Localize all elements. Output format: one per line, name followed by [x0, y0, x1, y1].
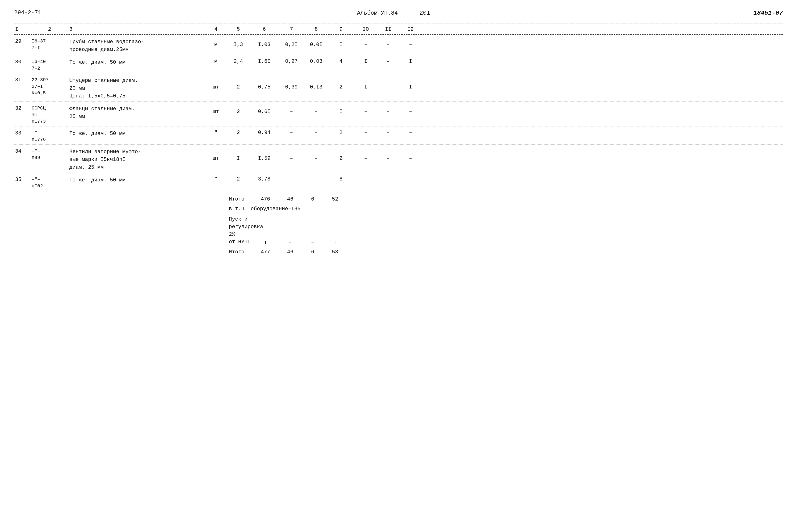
row-col11: – [378, 176, 399, 182]
column-headers: I 2 3 4 5 6 7 8 9 IO II I2 [14, 26, 783, 35]
row-col5: 2 [227, 130, 250, 136]
row-col6: I,6I [250, 58, 279, 64]
row-col11: – [378, 38, 399, 48]
itogo2-col10: 46 [279, 249, 302, 255]
page-number: - 20I - [412, 10, 438, 17]
row-col11: – [378, 77, 399, 90]
row-col6: I,03 [250, 38, 279, 48]
itogo2-col11: 6 [302, 249, 323, 255]
data-rows: 29 I6–37 7–I Трубы стальные водогазо- пр… [14, 35, 783, 191]
row-col10: I [354, 58, 378, 64]
row-col12: – [399, 148, 422, 162]
itogo2-row: Итого: 477 46 6 53 [14, 247, 783, 255]
col-header-8: 8 [304, 26, 328, 32]
row-col8: – [304, 130, 328, 136]
itogo2-col9: 477 [252, 249, 279, 255]
row-col7: – [279, 130, 304, 136]
table-row: 29 I6–37 7–I Трубы стальные водогазо- пр… [14, 35, 783, 55]
row-col9: 2 [328, 130, 354, 136]
row-col10: – [354, 148, 378, 162]
row-col8: 0,0I [304, 38, 328, 48]
row-col10: – [354, 130, 378, 136]
row-col11: – [378, 130, 399, 136]
itogo1-col11: 6 [302, 196, 323, 202]
itogo1-label: Итого: [229, 196, 252, 202]
col-header-12: I2 [399, 26, 422, 32]
row-code: 22–397 27–I К=0,5 [31, 77, 69, 96]
col-header-4: 4 [205, 26, 227, 32]
pusk-label: Пуск и регулировка 2% от НУЧП [229, 216, 252, 246]
table-row: 32 ССРСЦ чШ пI773 Фланцы стальные диам. … [14, 102, 783, 127]
summary-section: Итого: 476 46 6 52 в т.ч. оборудование–I… [14, 194, 783, 255]
row-code: –"– пI776 [31, 130, 69, 143]
row-col7: – [279, 148, 304, 162]
row-col8: 0,03 [304, 58, 328, 64]
itogo1-row: Итого: 476 46 6 52 [14, 194, 783, 203]
row-col11: – [378, 58, 399, 64]
row-code: I6–40 7–2 [31, 58, 69, 72]
vtch-row: в т.ч. оборудование–I85 [14, 204, 783, 212]
row-num: 33 [14, 130, 31, 136]
row-col9: 2 [328, 77, 354, 90]
row-unit: шт [205, 105, 227, 115]
table-row: 33 –"– пI776 То же, диам. 50 мм " 2 0,94… [14, 127, 783, 145]
row-col12: I [399, 58, 422, 64]
col-header-2: 2 [31, 26, 69, 32]
row-col9: 4 [328, 58, 354, 64]
row-col5: 2,4 [227, 58, 250, 64]
row-desc: То же, диам. 50 мм [69, 130, 205, 137]
itogo1-col12: 52 [323, 196, 347, 202]
col-header-7: 7 [279, 26, 304, 32]
table-row: 30 I6–40 7–2 То же, диам. 50 мм м 2,4 I,… [14, 55, 783, 73]
row-unit: м [205, 58, 227, 64]
pusk-row: Пуск и регулировка 2% от НУЧП I – – I [14, 214, 783, 246]
col-header-3: 3 [69, 26, 205, 32]
row-col10: – [354, 38, 378, 48]
row-col9: I [328, 38, 354, 48]
col-header-5: 5 [227, 26, 250, 32]
row-desc: Вентили запорные муфто- вые марки I5кч18… [69, 148, 205, 171]
row-unit: шт [205, 148, 227, 162]
row-col12: – [399, 105, 422, 115]
row-unit: шт [205, 77, 227, 90]
row-col5: I [227, 148, 250, 162]
row-col9: 8 [328, 176, 354, 182]
page-header: 294-2-71 Альбом УП.84 - 20I - 18451-07 [14, 10, 783, 17]
row-col8: – [304, 148, 328, 162]
doc-ref: 294-2-71 [14, 10, 41, 16]
col-header-10: IO [354, 26, 378, 32]
row-col12: – [399, 176, 422, 182]
col-header-1: I [14, 26, 31, 32]
row-col7: 0,2I [279, 38, 304, 48]
row-num: 29 [14, 38, 31, 44]
row-num: 32 [14, 105, 31, 111]
row-num: 3I [14, 77, 31, 83]
row-col8: – [304, 176, 328, 182]
row-col12: – [399, 38, 422, 48]
row-col7: 0,39 [279, 77, 304, 90]
row-col7: – [279, 105, 304, 115]
vtch-label: в т.ч. оборудование–I85 [229, 206, 347, 212]
row-col7: – [279, 176, 304, 182]
row-num: 35 [14, 176, 31, 183]
itogo2-label: Итого: [229, 249, 252, 255]
pusk-col12: I [323, 240, 347, 246]
row-col11: – [378, 105, 399, 115]
itogo1-col9: 476 [252, 196, 279, 202]
row-desc: То же, диам. 50 мм [69, 58, 205, 66]
table-row: 34 –"– п99 Вентили запорные муфто- вые м… [14, 145, 783, 173]
table-row: 3I 22–397 27–I К=0,5 Штуцеры стальные ди… [14, 73, 783, 102]
row-col6: I,59 [250, 148, 279, 162]
row-col10: – [354, 176, 378, 182]
row-col5: 2 [227, 77, 250, 90]
row-col7: 0,27 [279, 58, 304, 64]
row-col8: 0,I3 [304, 77, 328, 90]
row-col11: – [378, 148, 399, 162]
row-col12: – [399, 130, 422, 136]
row-unit: м [205, 38, 227, 48]
row-num: 34 [14, 148, 31, 154]
row-unit: " [205, 176, 227, 182]
col-header-11: II [378, 26, 399, 32]
row-code: I6–37 7–I [31, 38, 69, 51]
row-col6: 0,6I [250, 105, 279, 115]
